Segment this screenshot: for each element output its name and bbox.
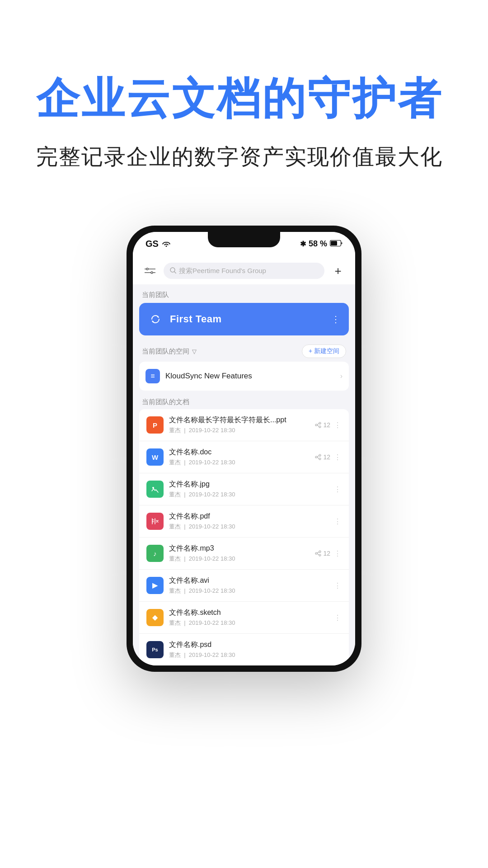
current-team-label: 当前团队 xyxy=(133,284,355,303)
hero-subtitle: 完整记录企业的数字资产实现价值最大化 xyxy=(36,142,443,171)
doc-name: 文件名称最长字符最长字符最长...ppt xyxy=(169,415,310,425)
doc-meta: 董杰 | 2019-10-22 18:30 xyxy=(169,651,336,659)
new-space-button[interactable]: + 新建空间 xyxy=(302,344,346,358)
doc-right: 12 ⋮ xyxy=(315,549,342,558)
doc-name: 文件名称.psd xyxy=(169,640,336,650)
svg-point-10 xyxy=(319,422,321,424)
list-item[interactable]: W 文件名称.doc 董杰 | 2019-10-22 18:30 xyxy=(139,441,349,473)
svg-point-11 xyxy=(315,424,317,426)
doc-name: 文件名称.sketch xyxy=(169,608,328,618)
app-content: 当前团队 First Team ⋮ xyxy=(133,284,355,665)
doc-date: 2019-10-22 18:30 xyxy=(189,523,235,530)
doc-author: 董杰 xyxy=(169,491,181,498)
doc-date: 2019-10-22 18:30 xyxy=(189,427,235,434)
doc-date: 2019-10-22 18:30 xyxy=(189,619,235,626)
status-bar-left: GS xyxy=(145,239,170,249)
doc-more-icon[interactable]: ⋮ xyxy=(334,453,342,462)
team-card[interactable]: First Team ⋮ xyxy=(139,303,349,335)
doc-share-count: 12 xyxy=(315,421,330,429)
doc-right: ⋮ xyxy=(334,517,342,526)
doc-date: 2019-10-22 18:30 xyxy=(189,459,235,466)
doc-more-icon[interactable]: ⋮ xyxy=(334,549,342,558)
hero-title: 企业云文档的守护者 xyxy=(36,72,443,124)
spaces-header: 当前团队的空间 ▽ + 新建空间 xyxy=(133,341,355,362)
doc-name: 文件名称.jpg xyxy=(169,480,328,489)
doc-share-count: 12 xyxy=(315,453,330,461)
list-item[interactable]: ◆ 文件名称.sketch 董杰 | 2019-10-22 18:30 ⋮ xyxy=(139,602,349,634)
svg-point-2 xyxy=(146,268,148,270)
list-item[interactable]: 文件名称.pdf 董杰 | 2019-10-22 18:30 ⋮ xyxy=(139,505,349,538)
share-count: 12 xyxy=(323,421,330,429)
doc-meta: 董杰 | 2019-10-22 18:30 xyxy=(169,619,328,627)
team-name: First Team xyxy=(170,313,325,325)
share-count: 12 xyxy=(323,453,330,461)
doc-icon-sketch: ◆ xyxy=(146,609,164,626)
doc-icon-mp3: ♪ xyxy=(146,545,164,562)
doc-meta: 董杰 | 2019-10-22 18:30 xyxy=(169,587,328,595)
doc-meta: 董杰 | 2019-10-22 18:30 xyxy=(169,426,310,434)
space-name: KloudSync New Features xyxy=(165,372,335,381)
phone-screen: GS ✱ 58 % xyxy=(133,232,355,665)
svg-point-15 xyxy=(319,454,321,456)
svg-point-21 xyxy=(319,551,321,552)
doc-right: ⋮ xyxy=(334,581,342,590)
team-more-icon[interactable]: ⋮ xyxy=(331,314,341,325)
doc-meta: 董杰 | 2019-10-22 18:30 xyxy=(169,523,328,531)
plus-icon: + xyxy=(334,264,341,278)
search-icon xyxy=(170,267,176,275)
list-item[interactable]: P 文件名称最长字符最长字符最长...ppt 董杰 | 2019-10-22 1… xyxy=(139,409,349,441)
svg-line-18 xyxy=(317,456,319,457)
new-space-label: + 新建空间 xyxy=(309,347,339,355)
doc-author: 董杰 xyxy=(169,427,181,434)
battery-text: 58 % xyxy=(309,239,327,249)
svg-point-20 xyxy=(152,487,154,489)
svg-line-25 xyxy=(317,554,319,555)
filter-icon[interactable] xyxy=(142,263,158,279)
doc-meta: 董杰 | 2019-10-22 18:30 xyxy=(169,491,328,499)
doc-info: 文件名称.mp3 董杰 | 2019-10-22 18:30 xyxy=(169,544,310,563)
doc-info: 文件名称.sketch 董杰 | 2019-10-22 18:30 xyxy=(169,608,328,627)
doc-more-icon[interactable]: ⋮ xyxy=(334,613,342,622)
space-item[interactable]: ≡ KloudSync New Features › xyxy=(139,362,349,391)
spaces-filter-icon[interactable]: ▽ xyxy=(192,348,197,355)
spaces-label-row: 当前团队的空间 ▽ xyxy=(142,347,197,356)
doc-icon-avi: ▶ xyxy=(146,577,164,594)
battery-icon xyxy=(330,239,343,249)
space-chevron-icon: › xyxy=(340,372,343,380)
doc-share-count: 12 xyxy=(315,550,330,557)
doc-more-icon[interactable]: ⋮ xyxy=(334,421,342,429)
spaces-label: 当前团队的空间 xyxy=(142,347,189,356)
doc-author: 董杰 xyxy=(169,651,181,658)
doc-date: 2019-10-22 18:30 xyxy=(189,587,235,594)
status-bar-right: ✱ 58 % xyxy=(300,239,343,249)
doc-name: 文件名称.avi xyxy=(169,576,328,585)
doc-icon-ppt: P xyxy=(146,416,164,434)
doc-more-icon[interactable]: ⋮ xyxy=(334,485,342,494)
list-item[interactable]: 文件名称.jpg 董杰 | 2019-10-22 18:30 ⋮ xyxy=(139,473,349,505)
list-item[interactable]: ▶ 文件名称.avi 董杰 | 2019-10-22 18:30 ⋮ xyxy=(139,570,349,602)
doc-meta: 董杰 | 2019-10-22 18:30 xyxy=(169,458,310,467)
app-header: 搜索Peertime Found's Group + xyxy=(133,255,355,284)
doc-more-icon[interactable]: ⋮ xyxy=(334,581,342,590)
doc-info: 文件名称.doc 董杰 | 2019-10-22 18:30 xyxy=(169,448,310,467)
doc-more-icon[interactable]: ⋮ xyxy=(334,517,342,526)
search-bar[interactable]: 搜索Peertime Found's Group xyxy=(164,263,324,279)
add-button[interactable]: + xyxy=(330,263,346,279)
list-item[interactable]: Ps 文件名称.psd 董杰 | 2019-10-22 18:30 xyxy=(139,634,349,665)
svg-line-14 xyxy=(317,425,319,426)
svg-point-16 xyxy=(315,456,317,458)
carrier-text: GS xyxy=(145,239,159,249)
svg-point-23 xyxy=(319,554,321,556)
search-placeholder: 搜索Peertime Found's Group xyxy=(179,267,266,275)
doc-icon-pdf xyxy=(146,513,164,530)
doc-right: 12 ⋮ xyxy=(315,421,342,429)
space-icon: ≡ xyxy=(145,369,160,383)
doc-author: 董杰 xyxy=(169,459,181,466)
list-item[interactable]: ♪ 文件名称.mp3 董杰 | 2019-10-22 18:30 xyxy=(139,538,349,570)
svg-line-19 xyxy=(317,458,319,458)
doc-info: 文件名称最长字符最长字符最长...ppt 董杰 | 2019-10-22 18:… xyxy=(169,415,310,434)
doc-author: 董杰 xyxy=(169,587,181,594)
doc-icon-psd: Ps xyxy=(146,641,164,658)
svg-rect-1 xyxy=(331,241,337,245)
doc-icon-doc: W xyxy=(146,448,164,466)
